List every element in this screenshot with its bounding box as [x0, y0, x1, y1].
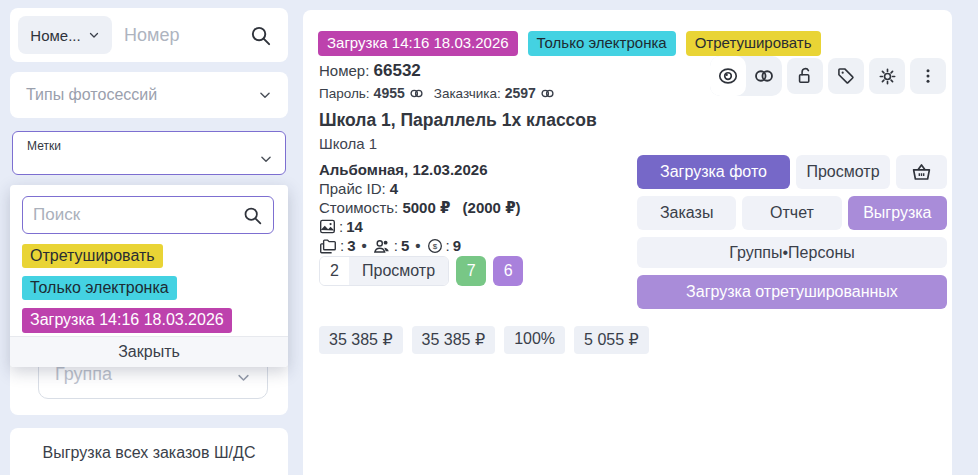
visibility-toggle-button[interactable]: [710, 56, 746, 96]
order-card: Загрузка 14:16 18.03.2026 Только электро…: [303, 10, 952, 475]
order-credentials-line: Пароль: 4955 Заказчика: 2597: [319, 85, 555, 101]
page: Номе... Типы фотосессий Метки: [0, 0, 978, 475]
label-option[interactable]: Отретушировать: [22, 244, 163, 268]
unlock-icon: [795, 66, 815, 86]
group-select-placeholder: Группа: [55, 364, 236, 385]
actions-row-4: Загрузка отретушированных: [637, 275, 947, 309]
close-label: Закрыть: [118, 343, 180, 361]
visibility-link-toggle-group: [710, 56, 782, 96]
customer-label: Заказчика:: [434, 86, 501, 101]
export-all-orders-button[interactable]: Выгрузка всех заказов Ш/ДС: [10, 428, 288, 475]
preview-counter-button[interactable]: 2 Просмотр: [319, 256, 449, 286]
groups-persons-button[interactable]: Группы•Персоны: [637, 237, 947, 268]
settings-button[interactable]: [869, 58, 905, 94]
chevron-down-icon: [258, 88, 272, 102]
gear-icon: [877, 66, 898, 87]
search-field-select[interactable]: Номе...: [18, 16, 112, 54]
folders-icon: [319, 238, 337, 254]
basket-icon: [911, 162, 932, 182]
folders-count: 3: [347, 236, 355, 255]
order-subtitle: Школа 1: [319, 135, 377, 152]
chevron-down-icon: [88, 29, 100, 41]
orders-button[interactable]: Заказы: [637, 196, 736, 230]
money-circle-icon: $: [427, 238, 443, 254]
link-button[interactable]: [746, 56, 782, 96]
price-id-line: Прайс ID: 4: [319, 179, 521, 198]
order-tag[interactable]: Загрузка 14:16 18.03.2026: [318, 31, 518, 56]
labels-search-input[interactable]: [33, 205, 242, 225]
label-option[interactable]: Только электронка: [22, 276, 177, 300]
order-tag[interactable]: Отретушировать: [686, 31, 821, 56]
stat-total: 35 385 ₽: [319, 326, 403, 354]
unlock-button[interactable]: [787, 58, 823, 94]
password-label: Пароль:: [319, 86, 370, 101]
tag-icon: [836, 66, 856, 86]
copy-link-icon[interactable]: [540, 87, 555, 100]
cost-label: Стоимость:: [319, 199, 398, 216]
stat-commission: 5 055 ₽: [574, 326, 649, 354]
order-number-value: 66532: [374, 61, 421, 80]
cost-extra-value: (2000 ₽): [463, 199, 521, 216]
cost-line: Стоимость: 5000 ₽ (2000 ₽): [319, 198, 521, 217]
labels-select[interactable]: Метки: [12, 131, 286, 175]
order-tag[interactable]: Только электронка: [528, 31, 676, 56]
photo-session-types-placeholder: Типы фотосессий: [26, 86, 258, 104]
tag-button[interactable]: [828, 58, 864, 94]
search-card: Номе...: [10, 8, 288, 62]
stat-paid: 35 385 ₽: [412, 326, 496, 354]
labels-search-box: [22, 196, 274, 234]
actions-row-3: Группы•Персоны: [637, 237, 947, 268]
labels-dropdown-panel: Отретушировать Только электронка Загрузк…: [10, 185, 288, 367]
order-details: Альбомная, 12.03.2026 Прайс ID: 4 Стоимо…: [319, 160, 521, 255]
search-field-select-value: Номе...: [30, 27, 80, 44]
search-icon: [242, 205, 263, 226]
basket-button[interactable]: [896, 155, 947, 189]
labels-dropdown-close-button[interactable]: Закрыть: [10, 336, 288, 367]
order-number-label: Номер:: [319, 62, 369, 79]
svg-text:$: $: [432, 241, 437, 250]
actions-row-1: Загрузка фото Просмотр: [637, 155, 947, 189]
link-icon: [753, 66, 775, 86]
export-all-orders-label: Выгрузка всех заказов Ш/ДС: [43, 444, 256, 462]
actions-row-2: Заказы Отчет Выгрузка: [637, 196, 947, 230]
upload-photo-button[interactable]: Загрузка фото: [637, 155, 790, 189]
preview-counter-row: 2 Просмотр 7 6: [319, 256, 523, 286]
photo-session-types-select[interactable]: Типы фотосессий: [10, 72, 288, 118]
preview-counter-label: Просмотр: [349, 257, 448, 285]
kebab-menu-icon: [919, 67, 937, 85]
order-stats-row: 35 385 ₽ 35 385 ₽ 100% 5 055 ₽: [319, 326, 649, 354]
copy-link-icon[interactable]: [409, 87, 424, 100]
chevron-down-icon: [259, 152, 273, 166]
order-tags: Загрузка 14:16 18.03.2026 Только электро…: [318, 31, 821, 56]
green-count-button[interactable]: 7: [456, 256, 486, 286]
paid-count: 9: [453, 236, 461, 255]
preview-button[interactable]: Просмотр: [796, 155, 890, 189]
photos-count: 14: [346, 217, 363, 236]
order-toolbar: [710, 56, 946, 96]
chevron-down-icon: [236, 370, 251, 385]
labels-option-list: Отретушировать Только электронка Загрузк…: [22, 244, 276, 341]
number-search-input[interactable]: [112, 25, 242, 46]
photos-count-line: :14: [319, 217, 521, 236]
upload-retouched-button[interactable]: Загрузка отретушированных: [637, 275, 947, 309]
password-value: 4955: [374, 85, 405, 101]
report-button[interactable]: Отчет: [742, 196, 841, 230]
purple-count-button[interactable]: 6: [493, 256, 523, 286]
session-line: Альбомная, 12.03.2026: [319, 160, 521, 179]
customer-value: 2597: [505, 85, 536, 101]
search-button[interactable]: [242, 17, 278, 53]
order-actions: Загрузка фото Просмотр Заказы Отчет Выгр…: [637, 155, 947, 309]
persons-icon: [373, 238, 391, 254]
more-menu-button[interactable]: [910, 58, 946, 94]
counts-line: :3 • :5 • $ :9: [319, 236, 521, 255]
label-option[interactable]: Загрузка 14:16 18.03.2026: [22, 308, 232, 332]
order-number-line: Номер: 66532: [319, 61, 421, 81]
stat-percent: 100%: [504, 326, 565, 354]
cost-value: 5000 ₽: [402, 199, 450, 216]
export-button[interactable]: Выгрузка: [848, 196, 947, 230]
price-id-value: 4: [390, 180, 398, 197]
search-icon: [249, 24, 272, 47]
order-title: Школа 1, Параллель 1х классов: [319, 110, 597, 131]
image-icon: [319, 219, 336, 234]
persons-count: 5: [401, 236, 409, 255]
